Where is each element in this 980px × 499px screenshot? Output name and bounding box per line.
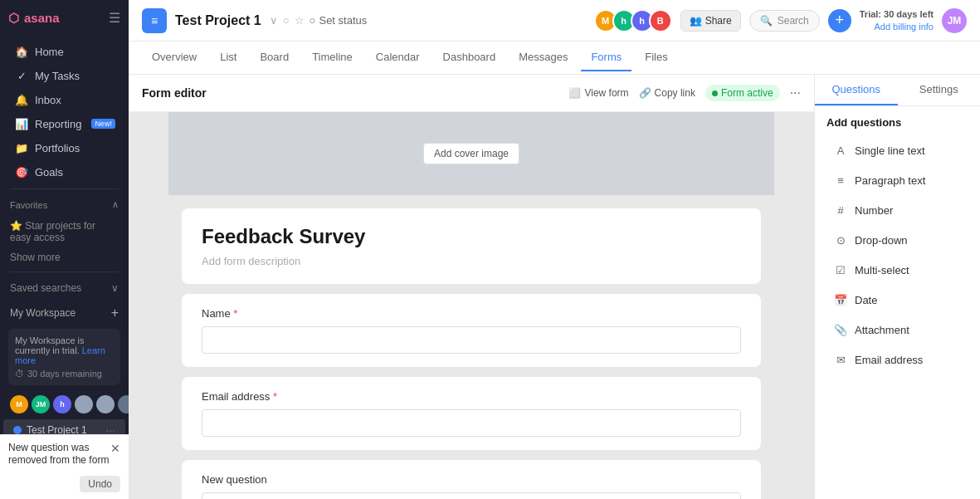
sidebar-item-label: Inbox (35, 94, 61, 106)
tab-messages[interactable]: Messages (509, 44, 578, 71)
title-controls: ∨ ○ ☆ ○ Set status (270, 14, 368, 27)
question-new-1-textarea[interactable] (202, 492, 741, 499)
view-form-btn[interactable]: ⬜ View form (568, 87, 628, 99)
main-area: ≡ Test Project 1 ∨ ○ ☆ ○ Set status M h … (129, 0, 980, 499)
search-box[interactable]: 🔍 Search (749, 10, 820, 32)
dropdown-icon: ⊙ (833, 232, 848, 247)
tab-files[interactable]: Files (635, 44, 677, 71)
add-workspace-btn[interactable]: + (111, 306, 119, 320)
avatar-b-top[interactable]: B (649, 9, 672, 32)
nav-tabs: Overview List Board Timeline Calendar Da… (129, 42, 980, 75)
active-dot (712, 91, 718, 96)
status-icon: ○ (310, 14, 316, 27)
qtype-attachment[interactable]: 📎 Attachment (822, 316, 973, 344)
tab-overview[interactable]: Overview (142, 44, 207, 71)
view-form-icon: ⬜ (568, 87, 581, 99)
qtype-email[interactable]: ✉ Email address (822, 345, 973, 374)
sidebar: ⬡ asana ☰ 🏠 Home ✓ My Tasks 🔔 Inbox 📊 Re… (0, 0, 129, 499)
add-button[interactable]: + (828, 9, 851, 32)
inbox-icon: 🔔 (15, 93, 28, 106)
tab-forms[interactable]: Forms (581, 44, 631, 71)
portfolios-icon: 📁 (15, 141, 28, 154)
dropdown-chevron-icon[interactable]: ∨ (270, 14, 278, 27)
avatar-m: M (10, 395, 28, 413)
sidebar-divider-2 (10, 272, 119, 272)
tab-list[interactable]: List (210, 44, 246, 71)
avatar-h: h (53, 395, 71, 413)
tab-calendar[interactable]: Calendar (366, 44, 430, 71)
attachment-icon: 📎 (833, 322, 848, 337)
question-name-input[interactable] (202, 326, 741, 354)
date-icon: 📅 (833, 292, 848, 307)
show-more-btn[interactable]: Show more (0, 248, 129, 267)
project-dot (13, 426, 22, 434)
question-email-card: Email address * (182, 377, 761, 450)
sidebar-item-label: Portfolios (35, 142, 80, 154)
qtype-paragraph[interactable]: ≡ Paragraph text (822, 166, 973, 194)
sidebar-item-portfolios[interactable]: 📁 Portfolios (5, 136, 124, 159)
tab-board[interactable]: Board (250, 44, 299, 71)
add-questions-title: Add questions (815, 106, 980, 135)
sidebar-item-inbox[interactable]: 🔔 Inbox (5, 88, 124, 111)
question-email-input[interactable] (202, 409, 741, 437)
sidebar-nav: 🏠 Home ✓ My Tasks 🔔 Inbox 📊 Reporting Ne… (0, 36, 129, 499)
sidebar-item-reporting[interactable]: 📊 Reporting New! (5, 112, 124, 135)
form-canvas: Add cover image Feedback Survey Add form… (168, 112, 774, 499)
number-icon: # (833, 203, 848, 218)
asana-logo[interactable]: ⬡ asana (8, 11, 60, 26)
sidebar-item-label: My Tasks (35, 70, 80, 82)
required-marker: * (231, 307, 238, 320)
panel-tab-settings[interactable]: Settings (898, 75, 981, 105)
timer-icon: ⏱ (15, 369, 24, 379)
toast-close-btn[interactable]: ✕ (110, 442, 120, 455)
goals-icon: 🎯 (15, 165, 28, 179)
set-status-btn[interactable]: ○ Set status (310, 14, 368, 27)
circle-icon[interactable]: ○ (283, 14, 290, 27)
favorites-label: Favorites (10, 200, 47, 210)
saved-searches[interactable]: Saved searches ∨ (0, 277, 129, 299)
qtype-dropdown[interactable]: ⊙ Drop-down (822, 226, 973, 254)
form-description[interactable]: Add form description (202, 255, 741, 267)
undo-button[interactable]: Undo (80, 476, 120, 492)
form-title: Feedback Survey (202, 225, 741, 248)
favorites-header[interactable]: Favorites ∧ (0, 194, 129, 215)
form-editor-container: Form editor ⬜ View form 🔗 Copy link Form… (129, 75, 814, 499)
form-editor-title: Form editor (142, 86, 207, 100)
toast-message: New question was removed from the form (8, 442, 110, 467)
form-cover: Add cover image (168, 112, 774, 195)
reporting-new-badge: New! (91, 119, 115, 129)
sidebar-item-my-tasks[interactable]: ✓ My Tasks (5, 64, 124, 87)
sidebar-item-label: Reporting (35, 118, 81, 130)
user-avatar[interactable]: JM (942, 8, 967, 33)
editor-area: Form editor ⬜ View form 🔗 Copy link Form… (129, 75, 980, 499)
share-button[interactable]: 👥 Share (680, 10, 741, 32)
form-canvas-wrapper: Add cover image Feedback Survey Add form… (129, 112, 814, 499)
tab-dashboard[interactable]: Dashboard (433, 44, 506, 71)
tab-timeline[interactable]: Timeline (302, 44, 363, 71)
copy-link-btn[interactable]: 🔗 Copy link (639, 87, 695, 99)
star-icon: ⭐ (10, 220, 25, 232)
undo-toast-header: New question was removed from the form ✕ (8, 442, 120, 467)
qtype-single-line[interactable]: A Single line text (822, 136, 973, 164)
home-icon: 🏠 (15, 45, 28, 58)
required-marker-2: * (270, 390, 277, 403)
search-icon: 🔍 (760, 15, 773, 27)
paragraph-icon: ≡ (833, 173, 848, 188)
qtype-number[interactable]: # Number (822, 196, 973, 224)
more-options-btn[interactable]: ··· (790, 86, 801, 100)
asana-logo-icon: ⬡ (8, 11, 19, 26)
sidebar-item-goals[interactable]: 🎯 Goals (5, 160, 124, 183)
form-title-card: Feedback Survey Add form description (182, 208, 761, 284)
panel-tab-questions[interactable]: Questions (815, 75, 898, 105)
sidebar-toggle-btn[interactable]: ☰ (109, 10, 120, 26)
qtype-date[interactable]: 📅 Date (822, 286, 973, 314)
link-icon: 🔗 (639, 87, 651, 99)
form-active-badge: Form active (705, 85, 780, 101)
avatar-gray1 (75, 395, 93, 413)
question-name-card: Name * (182, 294, 761, 367)
billing-link[interactable]: Add billing info (860, 21, 934, 32)
sidebar-item-home[interactable]: 🏠 Home (5, 40, 124, 63)
star-icon[interactable]: ☆ (295, 14, 305, 27)
add-cover-image-btn[interactable]: Add cover image (423, 143, 519, 164)
qtype-multiselect[interactable]: ☑ Multi-select (822, 256, 973, 284)
